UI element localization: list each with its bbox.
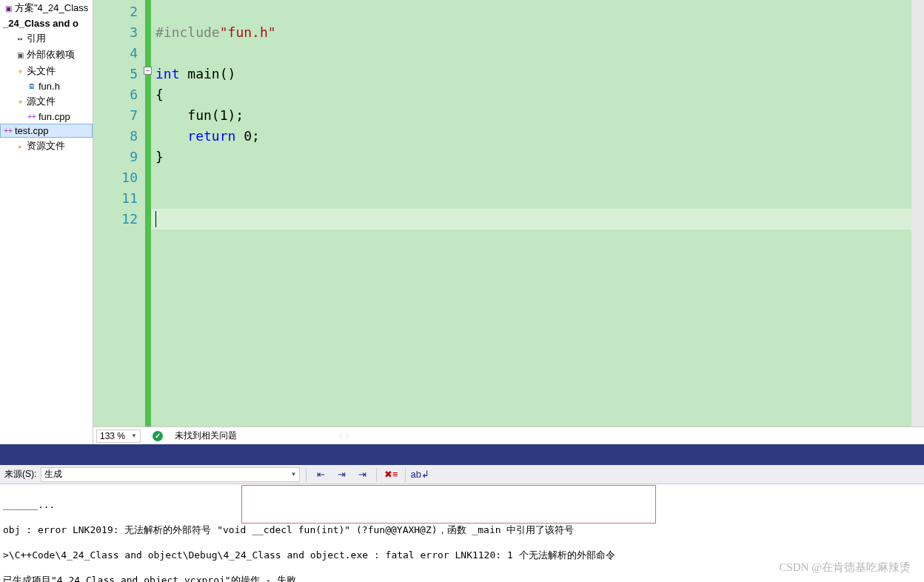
line-number: 2 bbox=[108, 1, 138, 22]
code-content[interactable]: #include"fun.h" int main() { fun(1); ret… bbox=[151, 0, 911, 427]
output-line: >\C++Code\4_24_Class and object\Debug\4_… bbox=[3, 549, 921, 561]
marker-margin bbox=[93, 0, 108, 427]
solution-icon: ▣ bbox=[3, 3, 13, 13]
source-file-label: fun.cpp bbox=[38, 111, 70, 122]
collapse-margin: − bbox=[145, 0, 151, 427]
code-line: fun(1); bbox=[155, 105, 911, 126]
code-line bbox=[155, 209, 911, 230]
code-area[interactable]: 2 3 4 5 6 7 8 9 10 11 12 − #include"fun.… bbox=[93, 0, 924, 427]
indent-left-button[interactable]: ⇥ bbox=[333, 467, 349, 482]
clear-button[interactable]: ✖≡ bbox=[383, 467, 399, 482]
header-file-funh[interactable]: 🗎 fun.h bbox=[0, 79, 93, 93]
code-line: int main() bbox=[155, 64, 911, 84]
line-number: 3 bbox=[108, 22, 138, 43]
source-label: 来源(S): bbox=[4, 468, 36, 481]
output-toolbar: 来源(S): 生成 ▼ ⇤ ⇥ ⇥ ✖≡ ab↲ bbox=[0, 465, 924, 484]
code-line bbox=[155, 1, 911, 22]
line-number: 5 bbox=[108, 64, 138, 84]
zoom-value: 133 % bbox=[100, 431, 125, 441]
chevron-down-icon: ▼ bbox=[290, 471, 296, 478]
combo-value: 生成 bbox=[44, 468, 62, 481]
output-line: 已生成项目"4_24_Class and object.vcxproj"的操作 … bbox=[3, 574, 921, 582]
resources-folder[interactable]: ▸ 资源文件 bbox=[0, 138, 93, 154]
line-gutter: 2 3 4 5 6 7 8 9 10 11 12 bbox=[108, 0, 145, 427]
editor: 2 3 4 5 6 7 8 9 10 11 12 − #include"fun.… bbox=[93, 0, 924, 444]
header-file-label: fun.h bbox=[38, 81, 60, 92]
references-label: 引用 bbox=[27, 32, 46, 45]
solution-explorer: ▣ 方案"4_24_Class _24_Class and o ▪▪ 引用 ▣ … bbox=[0, 0, 93, 444]
zoom-combo[interactable]: 133 % ▼ bbox=[96, 429, 141, 443]
scrollbar-vertical[interactable] bbox=[911, 0, 924, 427]
project-label: _24_Class and o bbox=[3, 18, 78, 29]
toolbar-separator bbox=[405, 468, 406, 481]
output-source-combo[interactable]: 生成 ▼ bbox=[41, 467, 300, 482]
text-cursor bbox=[155, 211, 156, 227]
word-wrap-button[interactable]: ab↲ bbox=[412, 467, 428, 482]
cpp-file-icon: ++ bbox=[27, 112, 37, 122]
go-to-prev-button[interactable]: ⇤ bbox=[312, 467, 329, 482]
panel-divider[interactable] bbox=[0, 444, 924, 465]
watermark: CSDN @在肯德基吃麻辣烫 bbox=[779, 561, 911, 575]
cpp-file-icon: ++ bbox=[3, 126, 13, 136]
source-file-testcpp[interactable]: ++ test.cpp bbox=[0, 124, 93, 138]
indent-right-button[interactable]: ⇥ bbox=[354, 467, 370, 482]
code-line: return 0; bbox=[155, 126, 911, 147]
source-file-label: test.cpp bbox=[15, 125, 49, 136]
line-number: 11 bbox=[108, 188, 138, 209]
output-line: ______... bbox=[3, 498, 921, 511]
code-line: } bbox=[155, 147, 911, 167]
output-line: obj : error LNK2019: 无法解析的外部符号 "void __c… bbox=[3, 524, 921, 536]
toolbar-separator bbox=[306, 468, 307, 481]
line-number: 12 bbox=[108, 209, 138, 230]
folder-icon: ▸ bbox=[15, 141, 25, 151]
headers-folder[interactable]: ▾ 头文件 bbox=[0, 63, 93, 79]
sources-label: 源文件 bbox=[27, 95, 56, 108]
code-line bbox=[155, 188, 911, 209]
source-file-funcpp[interactable]: ++ fun.cpp bbox=[0, 110, 93, 124]
line-number: 10 bbox=[108, 167, 138, 188]
project-node[interactable]: _24_Class and o bbox=[0, 16, 93, 30]
header-file-icon: 🗎 bbox=[27, 81, 37, 92]
code-line bbox=[155, 43, 911, 64]
headers-label: 头文件 bbox=[27, 64, 56, 78]
references-node[interactable]: ▪▪ 引用 bbox=[0, 30, 93, 47]
chevron-down-icon: ▼ bbox=[131, 432, 137, 439]
line-number: 6 bbox=[108, 84, 138, 105]
folder-icon: ▾ bbox=[15, 96, 25, 107]
line-number: 4 bbox=[108, 43, 138, 64]
sources-folder[interactable]: ▾ 源文件 bbox=[0, 93, 93, 110]
folder-icon: ▾ bbox=[15, 66, 25, 76]
solution-label: 方案"4_24_Class bbox=[15, 1, 88, 15]
references-icon: ▪▪ bbox=[15, 33, 25, 44]
code-line: { bbox=[155, 84, 911, 105]
external-deps-icon: ▣ bbox=[15, 50, 25, 60]
line-number: 9 bbox=[108, 147, 138, 167]
line-number: 8 bbox=[108, 126, 138, 147]
code-line: #include"fun.h" bbox=[155, 22, 911, 43]
issues-text: 未找到相关问题 bbox=[175, 429, 237, 442]
splitter-handle[interactable]: ⋮⋮ bbox=[338, 432, 351, 439]
line-number: 7 bbox=[108, 105, 138, 126]
code-line bbox=[155, 167, 911, 188]
editor-status-bar: 133 % ▼ ✓ 未找到相关问题 ⋮⋮ bbox=[93, 427, 924, 444]
resources-label: 资源文件 bbox=[27, 139, 65, 153]
solution-node[interactable]: ▣ 方案"4_24_Class bbox=[0, 0, 93, 16]
toolbar-separator bbox=[376, 468, 377, 481]
external-deps-node[interactable]: ▣ 外部依赖项 bbox=[0, 47, 93, 63]
external-deps-label: 外部依赖项 bbox=[27, 48, 75, 61]
check-icon: ✓ bbox=[153, 431, 163, 441]
